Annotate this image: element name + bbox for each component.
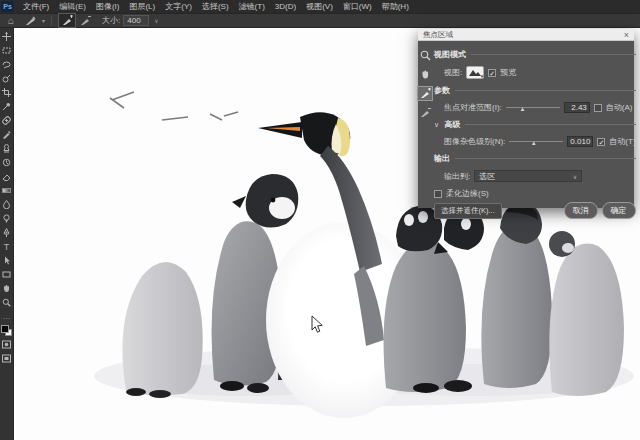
output-to-dropdown[interactable]: 选区 ∨	[474, 170, 582, 182]
foreground-background-color-swatches[interactable]	[1, 325, 12, 336]
eyedropper-tool-icon[interactable]	[1, 101, 12, 112]
view-row: 视图: ▾ ✓ 预览	[434, 66, 636, 79]
shape-tool-icon[interactable]	[1, 269, 12, 280]
brush-size-field: 大小: 400 ∨	[102, 15, 159, 26]
history-brush-tool-icon[interactable]	[1, 157, 12, 168]
advanced-section-heading[interactable]: ∨ 高级	[434, 119, 636, 130]
noise-level-slider[interactable]: ▲	[509, 137, 563, 147]
dialog-title-bar[interactable]: 焦点区域 ×	[418, 29, 634, 41]
quick-selection-tool-icon[interactable]	[1, 73, 12, 84]
chevron-down-icon[interactable]: ▾	[42, 17, 45, 24]
size-input[interactable]: 400	[123, 15, 149, 26]
noise-auto-label: 自动(T)	[609, 136, 635, 147]
brush-preset-icon[interactable]	[23, 14, 39, 27]
home-icon[interactable]: ⌂	[8, 14, 14, 27]
menu-help[interactable]: 帮助(H)	[377, 0, 414, 13]
dialog-hand-tool-icon[interactable]	[418, 68, 432, 81]
chick-far-right	[549, 231, 624, 396]
edit-toolbar-icon[interactable]: …	[1, 311, 12, 322]
faint-marks	[110, 92, 238, 120]
dialog-focus-subtract-tool-icon[interactable]	[418, 106, 432, 119]
spot-healing-tool-icon[interactable]	[1, 115, 12, 126]
menu-filter[interactable]: 滤镜(T)	[234, 0, 270, 13]
menu-window[interactable]: 窗口(W)	[338, 0, 377, 13]
menu-type[interactable]: 文字(Y)	[160, 0, 197, 13]
dodge-tool-icon[interactable]	[1, 213, 12, 224]
output-to-value: 选区	[479, 171, 573, 182]
blur-tool-icon[interactable]	[1, 199, 12, 210]
focus-range-row: 焦点对准范围(I): ▲ 2.43 自动(A)	[434, 102, 636, 113]
path-selection-tool-icon[interactable]	[1, 255, 12, 266]
menu-layer[interactable]: 图层(L)	[124, 0, 160, 13]
noise-level-row: 图像杂色级别(N): ▲ 0.010 ✓ 自动(T)	[434, 136, 636, 147]
focus-add-brush-icon[interactable]	[59, 14, 75, 27]
output-to-label: 输出到:	[444, 171, 470, 182]
separator	[51, 16, 52, 26]
svg-text:T: T	[4, 242, 10, 251]
zoom-tool-icon[interactable]	[1, 297, 12, 308]
hand-tool-icon[interactable]	[1, 283, 12, 294]
focus-range-auto-label: 自动(A)	[606, 102, 633, 113]
focus-range-slider[interactable]: ▲	[506, 103, 560, 113]
cancel-button[interactable]: 取消	[564, 202, 598, 219]
view-label: 视图:	[444, 67, 462, 78]
screen-mode-icon[interactable]	[1, 353, 12, 364]
clone-stamp-tool-icon[interactable]	[1, 143, 12, 154]
view-mode-thumbnail[interactable]: ▾	[466, 66, 484, 79]
dropdown-caret-icon: ∨	[573, 173, 577, 180]
menu-3d[interactable]: 3D(D)	[270, 0, 301, 13]
output-to-row: 输出到: 选区 ∨	[434, 170, 636, 182]
dialog-tool-strip	[418, 41, 432, 208]
chick-left	[122, 262, 202, 398]
chick-right-standing	[481, 202, 552, 388]
focus-range-value[interactable]: 2.43	[564, 102, 590, 113]
focus-range-label: 焦点对准范围(I):	[444, 102, 502, 113]
soften-edge-label: 柔化边缘(S)	[446, 188, 489, 199]
quick-mask-icon[interactable]	[1, 339, 12, 350]
ok-button[interactable]: 确定	[602, 202, 636, 219]
brush-tool-icon[interactable]	[1, 129, 12, 140]
slider-knob[interactable]: ▲	[520, 105, 526, 113]
focus-range-auto-checkbox[interactable]	[594, 104, 602, 112]
eraser-tool-icon[interactable]	[1, 171, 12, 182]
focus-area-dialog: 焦点区域 × 视图模式 视图:	[418, 29, 634, 208]
menu-select[interactable]: 选择(S)	[197, 0, 234, 13]
preview-checkbox[interactable]: ✓	[488, 69, 496, 77]
size-label: 大小:	[102, 15, 120, 26]
close-icon[interactable]: ×	[624, 30, 629, 40]
crop-tool-icon[interactable]	[1, 87, 12, 98]
dialog-focus-add-tool-icon[interactable]	[418, 87, 432, 100]
foreground-color-swatch[interactable]	[1, 325, 9, 333]
focus-subtract-brush-icon[interactable]	[77, 14, 93, 27]
photoshop-logo: Ps	[1, 1, 14, 12]
menu-file[interactable]: 文件(F)	[18, 0, 54, 13]
menu-edit[interactable]: 编辑(E)	[54, 0, 91, 13]
dialog-title: 焦点区域	[423, 30, 624, 40]
chevron-down-icon: ∨	[434, 121, 439, 129]
marquee-tool-icon[interactable]	[1, 45, 12, 56]
menu-bar: Ps 文件(F) 编辑(E) 图像(I) 图层(L) 文字(Y) 选择(S) 滤…	[0, 0, 640, 13]
soften-edge-checkbox[interactable]	[434, 190, 442, 198]
noise-level-label: 图像杂色级别(N):	[444, 136, 505, 147]
select-and-mask-button[interactable]: 选择并遮住(K)...	[434, 203, 502, 219]
dialog-footer: 选择并遮住(K)... 取消 确定	[434, 202, 636, 219]
tools-panel: T …	[0, 28, 14, 440]
parameters-section-heading: 参数	[434, 85, 636, 96]
lasso-tool-icon[interactable]	[1, 59, 12, 70]
dialog-zoom-tool-icon[interactable]	[418, 49, 432, 62]
dialog-body: 视图模式 视图: ▾ ✓ 预览 参数 焦点对准范围(I): ▲	[418, 41, 634, 208]
menu-view[interactable]: 视图(V)	[301, 0, 338, 13]
preview-label: 预览	[500, 67, 516, 78]
type-tool-icon[interactable]: T	[1, 241, 12, 252]
pen-tool-icon[interactable]	[1, 227, 12, 238]
noise-auto-checkbox[interactable]: ✓	[597, 138, 605, 146]
view-mode-section-heading: 视图模式	[434, 49, 636, 60]
soften-edge-row: 柔化边缘(S)	[434, 188, 636, 199]
menu-image[interactable]: 图像(I)	[91, 0, 125, 13]
noise-level-value[interactable]: 0.010	[567, 136, 593, 147]
gradient-tool-icon[interactable]	[1, 185, 12, 196]
move-tool-icon[interactable]	[1, 31, 12, 42]
size-caret-icon[interactable]: ∨	[154, 17, 158, 24]
output-section-heading: 输出	[434, 153, 636, 164]
slider-knob[interactable]: ▲	[531, 139, 537, 147]
